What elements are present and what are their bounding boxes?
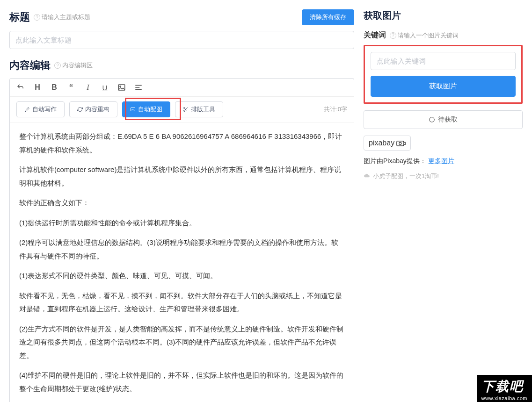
scissors-icon <box>183 107 189 112</box>
fetch-image-title: 获取图片 <box>364 9 523 22</box>
more-images-link[interactable]: 更多图片 <box>428 157 454 165</box>
main-column: 标题 ? 请输入主题或标题 清除所有缓存 内容编辑 ? 内容编辑区 H B “ <box>9 9 354 402</box>
pixabay-tag: pixabay <box>364 136 411 151</box>
title-hint: ? 请输入主题或标题 <box>34 13 90 22</box>
paragraph: (2)生产方式不同的软件是开发，是人类智能的高发挥，而不是传统意义上的硬件制造。… <box>19 323 344 363</box>
paragraph: 软件的正确含义如下： <box>19 196 344 210</box>
waiting-button[interactable]: 待获取 <box>364 110 523 129</box>
align-icon[interactable] <box>134 83 143 92</box>
image-sidebar: 获取图片 关键词 ? 请输入一个图片关键词 获取图片 待获取 pixabay 图… <box>364 9 523 402</box>
paragraph: (4)维护不同的硬件是旧的，理论上软件是旧的，并不坏，但实际上软件也是旧的和坏的… <box>19 369 344 395</box>
image-icon[interactable] <box>117 83 126 92</box>
loading-icon <box>429 116 435 123</box>
paragraph: 整个计算机系统由两部分组成：E.69DA 5 E 6 BA 9062616964… <box>19 130 344 157</box>
svg-rect-5 <box>131 108 135 111</box>
svg-rect-11 <box>397 141 404 146</box>
undo-icon[interactable] <box>16 83 25 92</box>
svg-point-7 <box>184 110 185 112</box>
layout-tool-button[interactable]: 排版工具 <box>175 101 223 117</box>
editor-content[interactable]: 整个计算机系统由两部分组成：E.69DA 5 E 6 BA 9062616964… <box>10 122 354 402</box>
cloud-icon <box>364 173 370 179</box>
svg-point-12 <box>399 142 401 144</box>
paragraph: 计算机软件(computer software)是指计算机系统中除硬件以外的所有… <box>19 163 344 190</box>
svg-point-10 <box>430 117 435 122</box>
quote-icon[interactable]: “ <box>67 83 75 92</box>
fetch-image-button[interactable]: 获取图片 <box>371 76 516 97</box>
keyword-input[interactable] <box>371 52 516 70</box>
italic-icon[interactable]: I <box>84 83 92 92</box>
heading-icon[interactable]: H <box>33 83 42 92</box>
svg-point-1 <box>120 86 121 87</box>
editor-box: H B “ I U 自动写作 内容重构 自动配图 <box>9 78 354 402</box>
keyword-hint: ? 请输入一个图片关键词 <box>390 31 459 40</box>
article-title-input[interactable] <box>9 31 354 49</box>
tip-row: 小虎子配图，一次1淘币! <box>364 172 523 180</box>
svg-point-6 <box>184 108 185 109</box>
title-header: 标题 ? 请输入主题或标题 清除所有缓存 <box>9 9 354 25</box>
provided-by: 图片由Pixabay提供： 更多图片 <box>364 157 523 165</box>
refresh-icon <box>77 107 83 112</box>
auto-write-button[interactable]: 自动写作 <box>16 101 65 117</box>
editor-heading: 内容编辑 <box>9 58 51 72</box>
watermark: 下载吧 www.xiazaiba.com <box>477 375 532 402</box>
clear-cache-button[interactable]: 清除所有缓存 <box>302 9 354 25</box>
keyword-row: 关键词 ? 请输入一个图片关键词 <box>364 30 523 40</box>
camera-icon <box>396 140 406 146</box>
format-toolbar: H B “ I U <box>10 79 354 97</box>
paragraph: 软件看不见，无色，枯燥，看不见，摸不到，闻不到。软件大部分存在于人们的头脑或纸上… <box>19 289 344 316</box>
paragraph: (1)表达形式不同的硬件类型、颜色、味道、可见、可摸、可闻。 <box>19 269 344 283</box>
action-toolbar: 自动写作 内容重构 自动配图 排版工具 共计:0字 <box>10 97 354 122</box>
bold-icon[interactable]: B <box>50 83 58 92</box>
keyword-label: 关键词 <box>364 30 386 40</box>
word-count: 共计:0字 <box>324 105 347 114</box>
underline-icon[interactable]: U <box>101 83 109 92</box>
info-icon: ? <box>390 32 396 39</box>
auto-image-button[interactable]: 自动配图 <box>122 101 170 117</box>
title-heading: 标题 <box>9 10 30 24</box>
editor-hint: ? 内容编辑区 <box>54 61 93 70</box>
info-icon: ? <box>34 14 40 21</box>
restructure-button[interactable]: 内容重构 <box>69 101 117 117</box>
pencil-icon <box>24 107 30 112</box>
paragraph: (2)程序可以满意地处理信息的数据结构。(3)说明程序功能要求和程序需要的文档的… <box>19 236 344 263</box>
photo-icon <box>130 107 136 112</box>
paragraph: (1)提供运行时所需功能和性能的命令或计算机程序集合。 <box>19 216 344 230</box>
fetch-box: 获取图片 <box>364 45 523 104</box>
info-icon: ? <box>54 62 61 69</box>
